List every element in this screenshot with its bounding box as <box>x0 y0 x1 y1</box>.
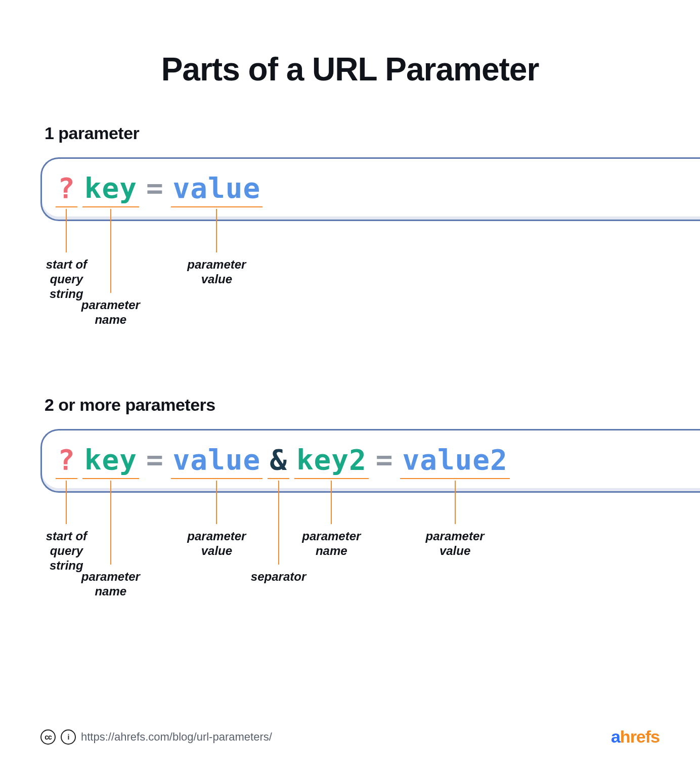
callout-label: start of query string <box>46 529 87 573</box>
callout-label: parameter name <box>302 529 361 558</box>
callout-label: parameter name <box>81 298 140 327</box>
token-key2: key2 <box>296 443 367 476</box>
cc-icon: cc <box>40 729 56 745</box>
ahrefs-logo: ahrefs <box>611 727 660 747</box>
token-key: key <box>84 443 137 476</box>
token-ampersand: & <box>270 443 287 476</box>
callout-label: parameter value <box>426 529 485 558</box>
footer-left: cc i https://ahrefs.com/blog/url-paramet… <box>40 729 272 745</box>
section-2-label: 2 or more parameters <box>45 395 660 415</box>
token-row: ? key = value <box>58 157 260 218</box>
by-icon: i <box>61 729 76 745</box>
section-1-label: 1 parameter <box>45 123 660 143</box>
token-question: ? <box>58 443 75 476</box>
token-value2: value2 <box>402 443 507 476</box>
callout-line <box>216 209 217 252</box>
callout-label: separator <box>251 570 306 584</box>
callout-line <box>278 481 279 565</box>
token-value: value <box>173 171 261 204</box>
token-row: ? key = value & key2 = value2 <box>58 429 508 490</box>
token-equals: = <box>146 443 164 476</box>
page-title: Parts of a URL Parameter <box>40 51 660 88</box>
token-value: value <box>173 443 261 476</box>
callout-line <box>110 209 111 293</box>
callout-line <box>66 209 67 252</box>
token-question: ? <box>58 171 75 204</box>
diagram-multi: ? key = value & key2 = value2 start of q… <box>40 429 660 646</box>
diagram-single: ? key = value start of query stringparam… <box>40 157 660 375</box>
token-key: key <box>84 171 137 204</box>
callout-line <box>66 481 67 524</box>
token-equals2: = <box>376 443 393 476</box>
footer: cc i https://ahrefs.com/blog/url-paramet… <box>40 727 660 747</box>
callout-line <box>110 481 111 565</box>
callout-line <box>216 481 217 524</box>
callout-line <box>331 481 332 524</box>
source-url: https://ahrefs.com/blog/url-parameters/ <box>81 730 272 744</box>
callout-label: parameter value <box>187 257 246 287</box>
callout-label: start of query string <box>46 257 87 301</box>
callout-label: parameter name <box>81 570 140 599</box>
callout-line <box>455 481 456 524</box>
token-equals: = <box>146 171 164 204</box>
callout-label: parameter value <box>187 529 246 558</box>
